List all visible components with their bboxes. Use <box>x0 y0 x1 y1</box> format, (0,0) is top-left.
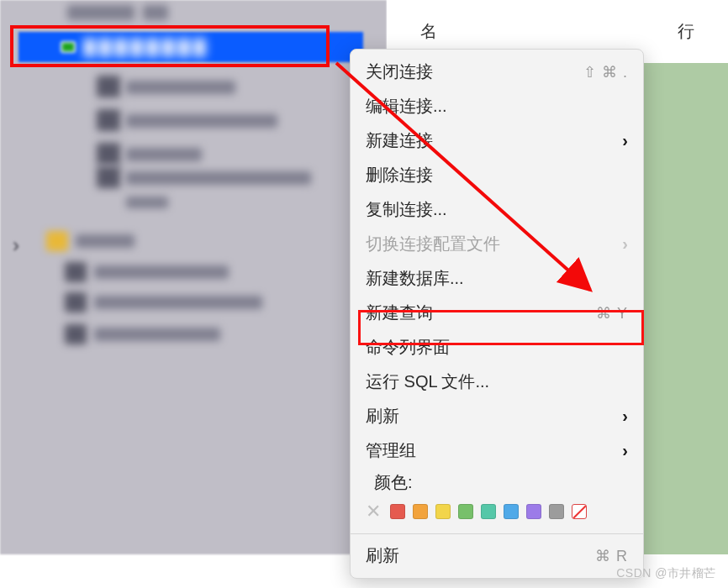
menu-label: 刷新 <box>366 544 399 567</box>
color-swatch[interactable] <box>435 504 451 519</box>
menu-color-label: 颜色: <box>351 468 643 496</box>
menu-shortcut: ⌘ R <box>595 547 628 565</box>
connection-status-icon <box>61 41 76 53</box>
color-swatch[interactable] <box>504 504 519 519</box>
chevron-right-icon: › <box>622 441 628 460</box>
column-row-header: 行 <box>678 20 694 43</box>
menu-new-query[interactable]: 新建查询 ⌘ Y <box>351 296 643 330</box>
menu-shortcut: ⌘ Y <box>596 304 628 323</box>
menu-switch-profile: 切换连接配置文件 › <box>351 227 643 261</box>
menu-delete-connection[interactable]: 删除连接 <box>351 158 643 192</box>
column-name-header: 名 <box>420 20 437 43</box>
expand-chevron-icon[interactable]: › <box>13 234 19 257</box>
menu-manage-group[interactable]: 管理组 › <box>351 433 643 468</box>
menu-label: 关闭连接 <box>366 60 433 83</box>
color-swatch[interactable] <box>549 504 564 519</box>
menu-label: 新建数据库... <box>366 267 464 290</box>
color-swatch[interactable] <box>458 504 473 519</box>
menu-edit-connection[interactable]: 编辑连接... <box>351 89 643 123</box>
menu-duplicate-connection[interactable]: 复制连接... <box>351 192 643 227</box>
color-swatch[interactable] <box>413 504 428 519</box>
menu-separator <box>351 533 643 534</box>
color-swatch[interactable] <box>390 504 405 519</box>
chevron-right-icon: › <box>622 131 628 150</box>
menu-label: 切换连接配置文件 <box>366 233 500 255</box>
selected-connection-row[interactable]: ████████ <box>18 32 363 62</box>
context-menu: 关闭连接 ⇧ ⌘ . 编辑连接... 新建连接 › 删除连接 复制连接... 切… <box>350 49 644 579</box>
menu-label: 刷新 <box>366 405 399 428</box>
color-swatch[interactable] <box>526 504 541 519</box>
menu-new-database[interactable]: 新建数据库... <box>351 261 643 296</box>
color-swatch[interactable] <box>481 504 496 519</box>
watermark: CSDN @市井榴芒 <box>616 566 716 581</box>
chevron-right-icon: › <box>622 407 628 426</box>
menu-shortcut: ⇧ ⌘ . <box>583 63 628 81</box>
menu-label: 新建查询 <box>366 302 433 324</box>
menu-label: 复制连接... <box>366 198 447 221</box>
menu-label: 管理组 <box>366 439 416 462</box>
chevron-right-icon: › <box>622 234 628 254</box>
menu-refresh-2[interactable]: 刷新 ⌘ R <box>351 538 643 573</box>
no-color-swatch[interactable] <box>572 504 587 519</box>
menu-close-connection[interactable]: 关闭连接 ⇧ ⌘ . <box>351 55 643 89</box>
menu-run-sql-file[interactable]: 运行 SQL 文件... <box>351 365 643 399</box>
color-swatch-row: ✕ <box>351 496 643 529</box>
connection-tree-panel: ████████ › <box>0 0 387 554</box>
clear-color-icon[interactable]: ✕ <box>366 501 381 522</box>
menu-cli[interactable]: 命令列界面 <box>351 330 643 365</box>
menu-new-connection[interactable]: 新建连接 › <box>351 123 643 158</box>
menu-label: 运行 SQL 文件... <box>366 370 489 393</box>
menu-label: 编辑连接... <box>366 95 447 118</box>
menu-label: 删除连接 <box>366 164 433 186</box>
connection-name: ████████ <box>84 39 210 56</box>
menu-label: 命令列界面 <box>366 336 450 359</box>
menu-refresh[interactable]: 刷新 › <box>351 399 643 433</box>
menu-label: 新建连接 <box>366 129 433 152</box>
